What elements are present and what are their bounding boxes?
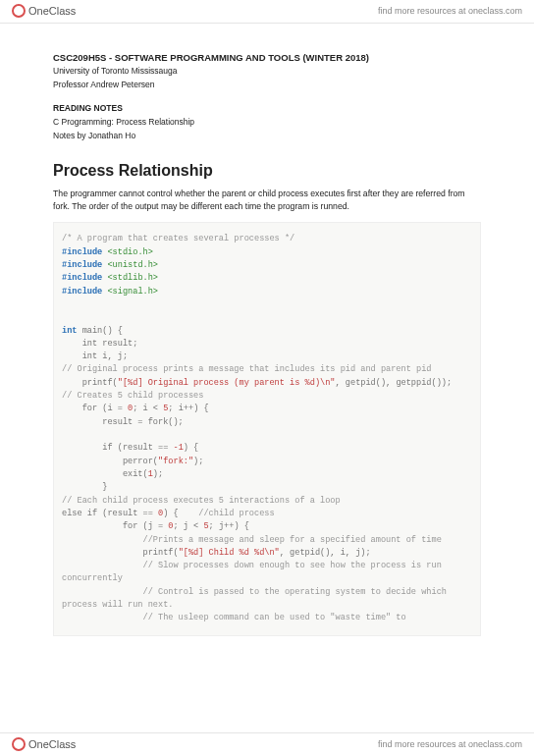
code-comment: /* A program that creates several proces… — [62, 234, 294, 243]
code-keyword: #include — [62, 273, 102, 283]
topic-line: C Programming: Process Relationship — [53, 117, 481, 129]
tagline-bottom: find more resources at oneclass.com — [378, 738, 522, 751]
code-text: , getpid(), getppid()); — [336, 378, 453, 388]
code-include: <stdlib.h> — [107, 273, 158, 283]
code-text: for (j = — [62, 521, 168, 531]
code-text: result = fork(); — [62, 417, 184, 427]
tagline-top: find more resources at oneclass.com — [378, 5, 522, 18]
section-title: Process Relationship — [53, 160, 481, 182]
code-comment: // The usleep command can be used to "wa… — [62, 613, 406, 622]
code-string: "[%d] Original process (my parent is %d)… — [118, 378, 336, 388]
university-line: University of Toronto Mississauga — [53, 66, 481, 78]
code-text: if (result == — [62, 443, 173, 453]
code-text: printf( — [62, 378, 118, 388]
reading-notes-head: READING NOTES — [53, 103, 481, 115]
brand-name-bottom: OneClass — [28, 737, 76, 752]
code-text: ) { — [163, 509, 198, 518]
code-keyword: #include — [62, 247, 102, 257]
course-line: CSC209H5S - SOFTWARE PROGRAMMING AND TOO… — [53, 51, 481, 64]
brand-logo: OneClass — [12, 4, 76, 19]
code-text: ); — [193, 457, 203, 466]
code-comment: // Each child process executes 5 interac… — [62, 496, 341, 506]
code-text: ) { — [184, 443, 198, 453]
code-comment: //child process — [198, 509, 274, 518]
code-text: ; i++) { — [168, 404, 208, 413]
top-bar: OneClass find more resources at oneclass… — [0, 0, 534, 24]
code-text: ; j < — [173, 521, 203, 531]
code-text: int result; — [62, 339, 137, 349]
code-text: int i, j; — [62, 351, 128, 361]
code-text: main() { — [77, 326, 122, 336]
code-include: <unistd.h> — [107, 260, 158, 270]
code-include: <signal.h> — [107, 287, 158, 297]
code-text: ); — [153, 469, 163, 479]
code-comment: // Control is passed to the operating sy… — [62, 587, 452, 610]
code-string: "[%d] Child %d %d\n" — [179, 548, 280, 558]
code-text: else if (result == — [62, 509, 158, 518]
brand-logo-circle — [12, 4, 26, 18]
code-text: exit( — [62, 469, 148, 479]
code-block: /* A program that creates several proces… — [53, 222, 481, 635]
code-text: , getpid(), i, j); — [280, 548, 371, 558]
code-text: ; i < — [133, 404, 163, 413]
code-comment: // Original process prints a message tha… — [62, 364, 431, 374]
brand-logo-bottom: OneClass — [12, 737, 76, 752]
code-include: <stdio.h> — [107, 247, 152, 257]
section-paragraph: The programmer cannot control whether th… — [53, 188, 481, 212]
professor-line: Professor Andrew Petersen — [53, 80, 481, 91]
code-text: perror( — [62, 457, 158, 466]
code-keyword: #include — [62, 260, 102, 270]
code-number: -1 — [173, 443, 183, 453]
author-line: Notes by Jonathan Ho — [53, 131, 481, 142]
code-comment: //Prints a message and sleep for a speci… — [62, 535, 442, 545]
code-text: printf( — [62, 548, 179, 558]
code-string: "fork:" — [158, 457, 193, 466]
code-text: for (i = — [62, 404, 128, 413]
code-text: ; j++) { — [209, 521, 249, 531]
code-comment: // Slow processes down enough to see how… — [62, 561, 447, 583]
code-keyword: #include — [62, 287, 102, 297]
code-type: int — [62, 326, 77, 336]
code-text: } — [62, 482, 107, 492]
code-comment: // Creates 5 child processes — [62, 391, 203, 401]
bottom-bar: OneClass find more resources at oneclass… — [0, 732, 534, 756]
brand-name: OneClass — [28, 4, 76, 19]
brand-logo-circle — [12, 737, 26, 751]
document-page: CSC209H5S - SOFTWARE PROGRAMMING AND TOO… — [0, 24, 534, 636]
